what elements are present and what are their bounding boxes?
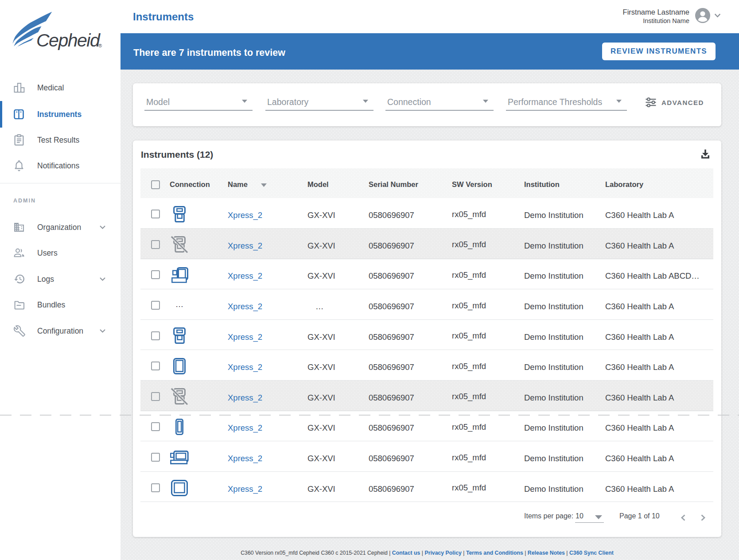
svg-text:®: ® xyxy=(98,43,102,48)
svg-text:Cepheid: Cepheid xyxy=(36,30,101,51)
